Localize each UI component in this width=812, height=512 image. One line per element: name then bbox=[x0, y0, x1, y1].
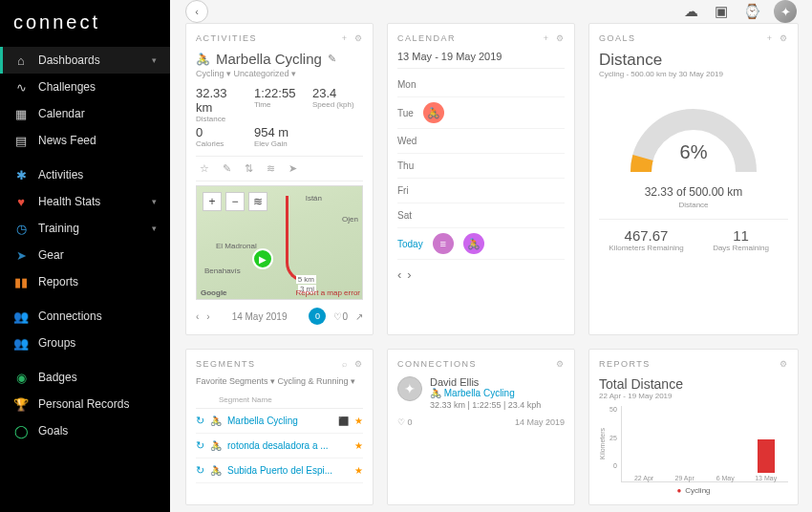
card-title: ACTIVITIES bbox=[196, 33, 257, 43]
sidebar-item-calendar[interactable]: ▦Calendar bbox=[0, 100, 170, 127]
add-icon[interactable]: + bbox=[767, 33, 774, 43]
sidebar-item-goals[interactable]: ◯Goals bbox=[0, 417, 170, 444]
comments-count[interactable]: 0 bbox=[309, 308, 326, 325]
add-icon[interactable]: + bbox=[342, 33, 349, 43]
calendar-card: CALENDAR+⚙ 13 May - 19 May 2019 MonTue🚴W… bbox=[387, 23, 575, 335]
connection-activity-link[interactable]: Marbella Cycling bbox=[444, 388, 515, 398]
segment-name[interactable]: rotonda desaladora a ... bbox=[227, 440, 349, 451]
activity-dot-icon[interactable]: 🚴 bbox=[463, 233, 484, 254]
device-icon[interactable]: ⌚ bbox=[743, 3, 760, 20]
stat-label: Distance bbox=[196, 115, 246, 123]
star-icon[interactable]: ★ bbox=[354, 416, 363, 426]
goal-remain-label: Days Remaining bbox=[694, 244, 788, 252]
connection-avatar[interactable]: ✦ bbox=[397, 376, 422, 401]
nav-label: Badges bbox=[38, 371, 77, 384]
stat-value: 1:22:55 bbox=[254, 86, 305, 100]
star-icon[interactable]: ★ bbox=[354, 440, 363, 451]
calendar-day[interactable]: Wed bbox=[397, 129, 565, 154]
calendar-day[interactable]: Fri bbox=[397, 179, 565, 203]
like-button[interactable]: ♡ 0 bbox=[397, 417, 413, 427]
activity-map[interactable]: + − ≋ ▶ Istán Ojen El Madronal Benahavís… bbox=[196, 185, 363, 300]
gear-icon[interactable]: ⚙ bbox=[780, 33, 789, 43]
segment-row[interactable]: ↻🚴Subida Puerto del Espi...★ bbox=[196, 459, 363, 483]
report-title: Total Distance bbox=[599, 376, 788, 392]
like-button[interactable]: ♡0 bbox=[333, 311, 348, 322]
connection-name[interactable]: David Ellis bbox=[430, 376, 541, 388]
sidebar-item-training[interactable]: ◷Training▾ bbox=[0, 215, 170, 242]
stat-value: 954 m bbox=[254, 125, 305, 139]
add-icon[interactable]: + bbox=[544, 33, 550, 43]
calendar-day[interactable]: Tue🚴 bbox=[397, 97, 565, 129]
report-chart: Kilometers 50250 22 Apr29 Apr6 May13 May bbox=[599, 406, 788, 482]
sync-icon[interactable]: ↻ bbox=[196, 415, 204, 427]
nav-icon: ◉ bbox=[13, 370, 29, 385]
calendar-day[interactable]: Thu bbox=[397, 154, 565, 179]
chevron-down-icon: ▾ bbox=[152, 55, 157, 65]
inbox-icon[interactable]: ▣ bbox=[713, 3, 730, 20]
nav-label: Groups bbox=[38, 336, 75, 350]
zoom-in-button[interactable]: + bbox=[203, 192, 222, 211]
chart-x-label: 22 Apr bbox=[634, 475, 653, 481]
calendar-day[interactable]: Today≡🚴 bbox=[397, 228, 565, 260]
segment-row[interactable]: ↻🚴Marbella Cycling⬛★ bbox=[196, 409, 363, 434]
prev-icon[interactable]: ‹ bbox=[196, 311, 199, 322]
activity-dot-icon[interactable]: ≡ bbox=[433, 233, 454, 254]
edit-icon[interactable]: ✎ bbox=[223, 162, 231, 175]
share-icon[interactable]: ↗ bbox=[355, 311, 363, 322]
start-pin-icon: ▶ bbox=[252, 248, 273, 269]
cycling-icon: 🚴 bbox=[210, 440, 222, 451]
segment-filters[interactable]: Favorite Segments ▾ Cycling & Running ▾ bbox=[196, 376, 363, 386]
segment-badge-icon: ⬛ bbox=[338, 416, 349, 426]
sidebar-item-connections[interactable]: 👥Connections bbox=[0, 303, 170, 330]
back-button[interactable]: ‹ bbox=[185, 0, 208, 23]
cloud-sync-icon[interactable]: ☁ bbox=[682, 3, 699, 20]
calendar-day[interactable]: Mon bbox=[397, 73, 565, 97]
activity-dot-icon[interactable]: 🚴 bbox=[423, 102, 444, 123]
splits-icon[interactable]: ⇅ bbox=[245, 162, 253, 175]
star-icon[interactable]: ★ bbox=[354, 465, 363, 476]
sidebar-item-reports[interactable]: ▮▮Reports bbox=[0, 268, 170, 295]
gear-icon[interactable]: ⚙ bbox=[354, 33, 364, 43]
sidebar-item-challenges[interactable]: ∿Challenges bbox=[0, 74, 170, 100]
sidebar-item-news-feed[interactable]: ▤News Feed bbox=[0, 127, 170, 154]
activity-title[interactable]: Marbella Cycling bbox=[216, 51, 322, 67]
goal-remain-value: 11 bbox=[694, 227, 788, 244]
goal-remain-value: 467.67 bbox=[599, 227, 694, 244]
layers-button[interactable]: ≋ bbox=[248, 192, 267, 211]
goal-remain-label: Kilometers Remaining bbox=[599, 244, 694, 252]
sync-icon[interactable]: ↻ bbox=[196, 464, 204, 477]
sidebar-item-personal-records[interactable]: 🏆Personal Records bbox=[0, 391, 170, 417]
gear-icon[interactable]: ⚙ bbox=[780, 359, 789, 369]
star-icon[interactable]: ☆ bbox=[200, 162, 209, 175]
gear-icon[interactable]: ⚙ bbox=[556, 33, 566, 43]
next-week-icon[interactable]: › bbox=[407, 267, 411, 282]
gear-tab-icon[interactable]: ➤ bbox=[288, 162, 297, 175]
edit-icon[interactable]: ✎ bbox=[328, 53, 336, 65]
sidebar-item-gear[interactable]: ➤Gear bbox=[0, 242, 170, 268]
gear-icon[interactable]: ⚙ bbox=[354, 359, 364, 369]
sync-icon[interactable]: ↻ bbox=[196, 439, 204, 452]
segment-name[interactable]: Marbella Cycling bbox=[227, 416, 332, 426]
goal-percent: 6% bbox=[622, 141, 765, 163]
segment-name[interactable]: Subida Puerto del Espi... bbox=[227, 465, 349, 476]
activity-subtitle[interactable]: Cycling ▾ Uncategorized ▾ bbox=[196, 69, 363, 78]
sidebar-item-activities[interactable]: ✱Activities bbox=[0, 161, 170, 188]
prev-week-icon[interactable]: ‹ bbox=[397, 267, 401, 282]
chart-x-label: 6 May bbox=[716, 475, 735, 481]
zoom-out-button[interactable]: − bbox=[225, 192, 245, 211]
calendar-day[interactable]: Sat bbox=[397, 203, 565, 228]
nav-icon: ➤ bbox=[13, 247, 29, 263]
next-icon[interactable]: › bbox=[206, 311, 209, 322]
user-avatar[interactable]: ✦ bbox=[774, 0, 797, 23]
search-icon[interactable]: ⌕ bbox=[342, 359, 349, 369]
nav-icon: 🏆 bbox=[13, 396, 29, 412]
gear-icon[interactable]: ⚙ bbox=[556, 359, 566, 369]
sidebar-item-dashboards[interactable]: ⌂Dashboards▾ bbox=[0, 47, 170, 74]
nav-icon: 👥 bbox=[13, 309, 29, 324]
sidebar-item-groups[interactable]: 👥Groups bbox=[0, 330, 170, 356]
chart-x-label: 29 Apr bbox=[674, 475, 694, 481]
laps-icon[interactable]: ≋ bbox=[267, 162, 275, 175]
sidebar-item-badges[interactable]: ◉Badges bbox=[0, 364, 170, 391]
segment-row[interactable]: ↻🚴rotonda desaladora a ...★ bbox=[196, 434, 363, 459]
sidebar-item-health-stats[interactable]: ♥Health Stats▾ bbox=[0, 188, 170, 215]
